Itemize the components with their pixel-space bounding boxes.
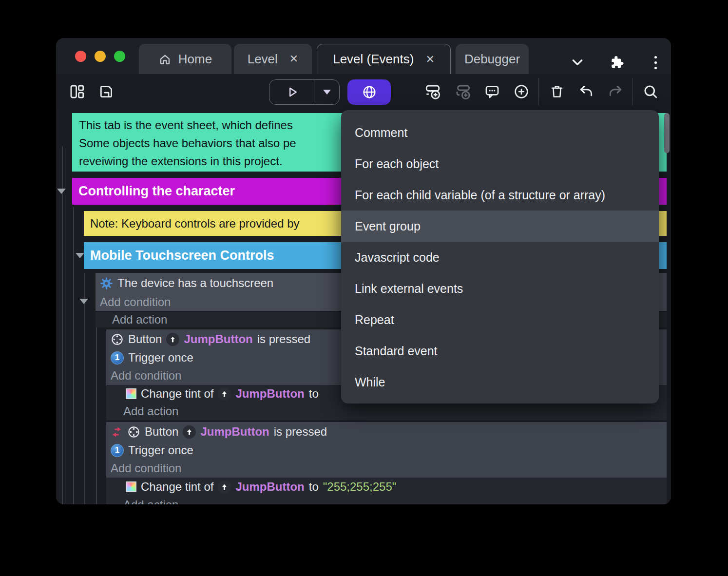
up-arrow-icon [183, 425, 196, 439]
menu-item-javascript-code[interactable]: Javascript code [341, 242, 659, 273]
delete-trash-icon[interactable] [547, 82, 567, 101]
toolbar-separator [538, 78, 539, 106]
collapse-event-icon[interactable] [79, 299, 88, 304]
close-tab-icon[interactable]: ✕ [289, 53, 298, 65]
inverted-condition-icon [111, 426, 123, 438]
traffic-light-zoom[interactable] [114, 51, 125, 62]
menu-item-while[interactable]: While [341, 366, 659, 398]
up-arrow-icon [166, 333, 179, 346]
indent-guide [96, 314, 97, 504]
menu-item-for-each-object[interactable]: For each object [341, 148, 659, 179]
indent-guide [73, 207, 74, 504]
button-object-icon [111, 333, 124, 346]
object-instance-name: JumpButton [200, 425, 269, 439]
event-block-jump-inverted[interactable]: Button JumpButton is pressed 1 Trigger o… [106, 422, 667, 504]
layout-panels-icon[interactable] [67, 82, 87, 101]
button-object-icon [127, 425, 140, 439]
tab-level-label: Level [248, 52, 278, 67]
traffic-light-close[interactable] [75, 51, 86, 62]
tint-palette-icon [126, 481, 136, 492]
action-text: to [309, 387, 319, 401]
note-text: Note: Keyboard controls are provided by [90, 217, 300, 230]
globe-icon [362, 84, 377, 100]
play-options-button[interactable] [314, 80, 339, 104]
play-split-button [269, 79, 340, 105]
toolbar [56, 74, 671, 110]
group-title: Controlling the character [78, 184, 235, 199]
group-title: Mobile Touchscreen Controls [90, 248, 274, 263]
title-bar: Home Level ✕ Level (Events) ✕ Debugger [56, 38, 671, 74]
tab-level-events[interactable]: Level (Events) ✕ [317, 44, 451, 74]
caret-down-icon [323, 90, 331, 95]
add-event-context-menu: Comment For each object For each child v… [341, 110, 659, 403]
addons-puzzle-icon[interactable] [606, 52, 627, 73]
trigger-once-icon: 1 [111, 444, 124, 457]
traffic-light-minimize[interactable] [95, 51, 106, 62]
menu-item-link-external-events[interactable]: Link external events [341, 273, 659, 304]
remote-preview-button[interactable] [347, 79, 391, 105]
menu-item-event-group[interactable]: Event group [341, 211, 659, 242]
save-icon[interactable] [96, 82, 116, 101]
indent-guide [62, 146, 63, 504]
tab-home[interactable]: Home [139, 44, 231, 74]
condition-row[interactable]: 1 Trigger once [106, 442, 667, 459]
add-event-icon[interactable] [423, 82, 442, 101]
action-text: Change tint of [141, 387, 213, 401]
vertical-scrollbar-thumb[interactable] [664, 113, 670, 153]
app-window: Home Level ✕ Level (Events) ✕ Debugger [56, 38, 671, 504]
action-text: Change tint of [141, 480, 213, 494]
search-icon[interactable] [641, 82, 660, 101]
toolbar-separator [632, 78, 632, 106]
condition-text: Trigger once [128, 443, 193, 457]
action-row[interactable]: Change tint of JumpButton to "255;255;25… [106, 478, 667, 496]
tab-debugger-label: Debugger [464, 52, 520, 67]
tab-debugger[interactable]: Debugger [456, 44, 529, 74]
add-comment-icon[interactable] [482, 82, 502, 101]
menu-item-standard-event[interactable]: Standard event [341, 335, 659, 366]
collapse-group-icon[interactable] [76, 253, 84, 258]
condition-predicate: is pressed [257, 332, 310, 346]
tab-level[interactable]: Level ✕ [234, 44, 312, 74]
close-tab-icon[interactable]: ✕ [425, 53, 434, 66]
gear-icon [100, 277, 113, 290]
action-value: "255;255;255" [323, 480, 397, 494]
menu-kebab-icon[interactable] [645, 52, 666, 73]
condition-row[interactable]: Button JumpButton is pressed [106, 422, 667, 442]
condition-predicate: is pressed [274, 425, 327, 439]
condition-text: The device has a touchscreen [117, 276, 273, 290]
up-arrow-icon [218, 387, 231, 401]
condition-text: Trigger once [128, 351, 193, 365]
condition-object: Button [128, 332, 162, 346]
action-text: to [309, 480, 319, 494]
play-button[interactable] [269, 80, 314, 104]
menu-item-for-each-child-variable[interactable]: For each child variable (of a structure … [341, 179, 659, 211]
tint-palette-icon [126, 388, 136, 399]
tab-level-events-label: Level (Events) [333, 52, 414, 67]
home-icon [158, 53, 172, 66]
menu-item-repeat[interactable]: Repeat [341, 304, 659, 335]
add-action-link[interactable]: Add action [106, 403, 667, 420]
tab-list-chevron-down-icon[interactable] [567, 52, 588, 73]
collapse-group-icon[interactable] [57, 189, 66, 194]
menu-item-comment[interactable]: Comment [341, 117, 659, 148]
tab-home-label: Home [178, 52, 212, 67]
add-circle-icon[interactable] [512, 82, 531, 101]
add-sub-event-icon[interactable] [453, 82, 473, 101]
condition-object: Button [145, 425, 178, 439]
object-instance-name: JumpButton [184, 332, 252, 346]
add-action-link[interactable]: Add action [106, 496, 667, 504]
object-instance-name: JumpButton [235, 480, 304, 494]
redo-icon[interactable] [606, 82, 625, 101]
add-condition-link[interactable]: Add condition [106, 459, 667, 478]
trigger-once-icon: 1 [111, 351, 124, 365]
indent-guide [84, 273, 85, 504]
object-instance-name: JumpButton [235, 387, 304, 401]
up-arrow-icon [218, 480, 231, 494]
undo-icon[interactable] [576, 82, 596, 101]
